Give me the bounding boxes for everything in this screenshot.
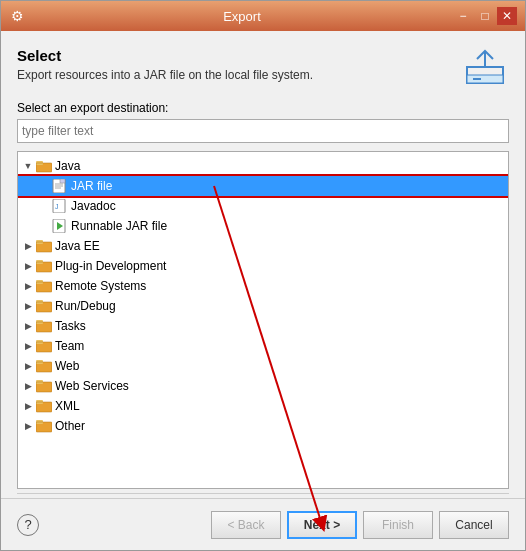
page-title: Select: [17, 47, 313, 64]
tree-item-jar-file[interactable]: JAR file: [18, 176, 508, 196]
item-label-tasks: Tasks: [55, 319, 86, 333]
filter-input[interactable]: [17, 119, 509, 143]
expand-icon-xml[interactable]: ▶: [22, 400, 34, 412]
minimize-button[interactable]: −: [453, 7, 473, 25]
folder-icon-plugin-dev: [36, 259, 52, 273]
header-text: Select Export resources into a JAR file …: [17, 47, 313, 82]
item-label-xml: XML: [55, 399, 80, 413]
expand-icon-java-ee[interactable]: ▶: [22, 240, 34, 252]
tree-item-remote-systems[interactable]: ▶Remote Systems: [18, 276, 508, 296]
maximize-button[interactable]: □: [475, 7, 495, 25]
item-label-jar-file: JAR file: [71, 179, 112, 193]
header-section: Select Export resources into a JAR file …: [17, 47, 509, 89]
item-label-java: Java: [55, 159, 80, 173]
item-label-plugin-dev: Plug-in Development: [55, 259, 166, 273]
item-label-web-services: Web Services: [55, 379, 129, 393]
tree-item-team[interactable]: ▶Team: [18, 336, 508, 356]
tree-item-java-ee[interactable]: ▶Java EE: [18, 236, 508, 256]
folder-icon-tasks: [36, 319, 52, 333]
filter-label: Select an export destination:: [17, 101, 509, 115]
expand-icon-run-debug[interactable]: ▶: [22, 300, 34, 312]
folder-icon-other: [36, 419, 52, 433]
svg-rect-7: [60, 179, 65, 183]
expand-icon-tasks[interactable]: ▶: [22, 320, 34, 332]
cancel-button[interactable]: Cancel: [439, 511, 509, 539]
file-icon-jar-file: [52, 179, 68, 193]
content-area: Select Export resources into a JAR file …: [1, 31, 525, 489]
folder-icon-java-ee: [36, 239, 52, 253]
tree-item-run-debug[interactable]: ▶Run/Debug: [18, 296, 508, 316]
back-button[interactable]: < Back: [211, 511, 281, 539]
item-label-other: Other: [55, 419, 85, 433]
folder-icon-team: [36, 339, 52, 353]
window-title: Export: [31, 9, 453, 24]
expand-icon-web[interactable]: ▶: [22, 360, 34, 372]
file-icon-runnable-jar: [52, 219, 68, 233]
tree-item-plugin-dev[interactable]: ▶Plug-in Development: [18, 256, 508, 276]
export-icon: [461, 47, 509, 89]
tree-item-javadoc[interactable]: JJavadoc: [18, 196, 508, 216]
export-dialog: ⚙ Export − □ ✕ Select Export resources i…: [0, 0, 526, 551]
folder-icon-java: [36, 159, 52, 173]
finish-button[interactable]: Finish: [363, 511, 433, 539]
item-label-web: Web: [55, 359, 79, 373]
expand-icon-java[interactable]: ▼: [22, 160, 34, 172]
item-label-java-ee: Java EE: [55, 239, 100, 253]
title-bar: ⚙ Export − □ ✕: [1, 1, 525, 31]
spacer-runnable-jar: [38, 220, 50, 232]
close-button[interactable]: ✕: [497, 7, 517, 25]
page-description: Export resources into a JAR file on the …: [17, 68, 313, 82]
expand-icon-remote-systems[interactable]: ▶: [22, 280, 34, 292]
tree-item-xml[interactable]: ▶XML: [18, 396, 508, 416]
item-label-run-debug: Run/Debug: [55, 299, 116, 313]
item-label-runnable-jar: Runnable JAR file: [71, 219, 167, 233]
folder-icon-run-debug: [36, 299, 52, 313]
file-icon-javadoc: J: [52, 199, 68, 213]
expand-icon-other[interactable]: ▶: [22, 420, 34, 432]
tree-item-tasks[interactable]: ▶Tasks: [18, 316, 508, 336]
tree-item-web[interactable]: ▶Web: [18, 356, 508, 376]
spacer-javadoc: [38, 200, 50, 212]
item-label-team: Team: [55, 339, 84, 353]
tree-inner: ▼Java JAR file JJavadoc Runnable JAR fil…: [18, 152, 508, 488]
divider: [17, 493, 509, 494]
tree-item-runnable-jar[interactable]: Runnable JAR file: [18, 216, 508, 236]
expand-icon-web-services[interactable]: ▶: [22, 380, 34, 392]
help-button[interactable]: ?: [17, 514, 39, 536]
folder-icon-remote-systems: [36, 279, 52, 293]
folder-icon-xml: [36, 399, 52, 413]
folder-icon-web: [36, 359, 52, 373]
tree-item-other[interactable]: ▶Other: [18, 416, 508, 436]
footer-left: ?: [17, 514, 205, 536]
tree-item-web-services[interactable]: ▶Web Services: [18, 376, 508, 396]
folder-icon-web-services: [36, 379, 52, 393]
svg-rect-1: [467, 75, 503, 83]
svg-text:J: J: [55, 203, 59, 210]
next-button[interactable]: Next >: [287, 511, 357, 539]
expand-icon-plugin-dev[interactable]: ▶: [22, 260, 34, 272]
tree-item-java[interactable]: ▼Java: [18, 156, 508, 176]
expand-icon-team[interactable]: ▶: [22, 340, 34, 352]
tree-container[interactable]: ▼Java JAR file JJavadoc Runnable JAR fil…: [17, 151, 509, 489]
window-controls: − □ ✕: [453, 7, 517, 25]
item-label-remote-systems: Remote Systems: [55, 279, 146, 293]
item-label-javadoc: Javadoc: [71, 199, 116, 213]
window-icon: ⚙: [9, 8, 25, 24]
spacer-jar-file: [38, 180, 50, 192]
footer: ? < Back Next > Finish Cancel: [1, 498, 525, 550]
